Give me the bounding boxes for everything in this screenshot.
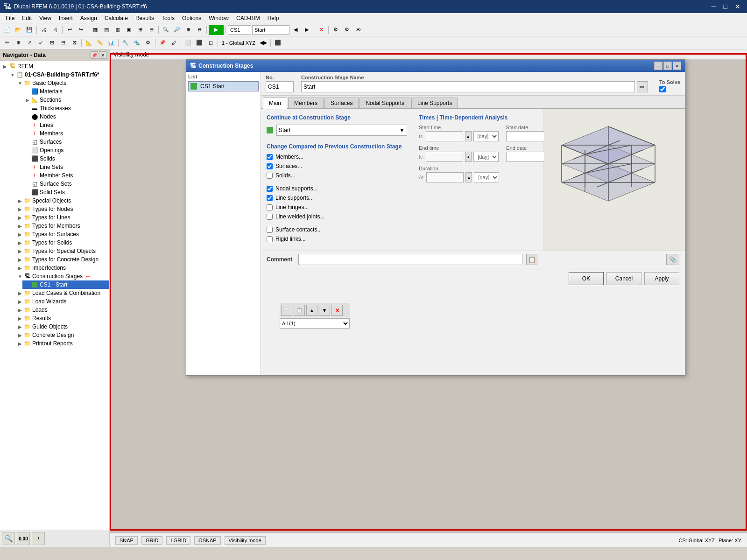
nav-pin[interactable]: 📌 (91, 51, 98, 59)
menu-tools[interactable]: Tools (158, 14, 178, 22)
start-time-input[interactable] (426, 131, 463, 141)
tb-print[interactable]: 🖨 (39, 25, 49, 35)
cb-solids-input[interactable] (267, 173, 273, 179)
maximize-button[interactable]: □ (721, 2, 730, 11)
tree-linesets[interactable]: / Line Sets (22, 163, 109, 171)
duration-unit[interactable]: [day] (474, 172, 499, 182)
tb2-b7[interactable]: ⊠ (69, 38, 79, 48)
tree-load-cases[interactable]: ▶ 📁 Load Cases & Combination (15, 289, 109, 297)
list-down-btn[interactable]: ▼ (319, 305, 330, 316)
tb-b6[interactable]: ⊟ (146, 25, 156, 35)
tree-types-solids[interactable]: ▶ 📁 Types for Solids (15, 238, 109, 247)
tree-solids[interactable]: ⬛ Solids (22, 154, 109, 163)
list-add-btn[interactable]: + (281, 305, 292, 316)
tab-nodal-supports[interactable]: Nodal Supports (359, 98, 410, 108)
menu-help[interactable]: Help (264, 14, 283, 22)
to-solve-checkbox[interactable] (659, 86, 666, 92)
tree-printout-reports[interactable]: ▶ 📁 Printout Reports (15, 339, 109, 348)
cb-line-sup-input[interactable] (267, 195, 273, 201)
tree-basic-objects[interactable]: ▼ 📁 Basic Objects (15, 79, 109, 87)
tb2-nav-arrows[interactable]: ◀▶ (258, 38, 268, 48)
menu-insert[interactable]: Insert (55, 14, 77, 22)
status-visibility[interactable]: Visibility mode (225, 536, 266, 545)
tree-thicknesses[interactable]: ▬ Thicknesses (22, 104, 109, 112)
tb-b1[interactable]: ▦ (90, 25, 100, 35)
list-copy-btn[interactable]: 📋 (294, 305, 305, 316)
tb-b4[interactable]: ▣ (124, 25, 134, 35)
name-input[interactable] (301, 81, 635, 92)
status-lgrid[interactable]: LGRID (166, 536, 190, 545)
menu-window[interactable]: Window (205, 14, 233, 22)
tb-print2[interactable]: 🖨 (50, 25, 60, 35)
tb-settings2[interactable]: ⚙ (342, 25, 352, 35)
tree-types-nodes[interactable]: ▶ 📁 Types for Nodes (15, 205, 109, 213)
tb-del[interactable]: ✕ (316, 25, 326, 35)
tree-construction-stages[interactable]: ▼ 🏗 Construction Stages ← (15, 272, 109, 280)
cs-close-btn[interactable]: ✕ (673, 62, 681, 70)
tree-materials[interactable]: 🟦 Materials (22, 87, 109, 96)
tb2-b15[interactable]: 🖊 (169, 38, 179, 48)
tb-b2[interactable]: ▤ (101, 25, 112, 35)
tb-zoom2[interactable]: 🔎 (172, 25, 182, 35)
tb-save[interactable]: 💾 (24, 25, 35, 35)
tree-load-wizards[interactable]: ▶ 📁 Load Wizards (15, 297, 109, 306)
tree-solidsets[interactable]: ⬛ Solid Sets (22, 188, 109, 196)
cs-maximize-btn[interactable]: □ (663, 62, 672, 70)
status-osnap[interactable]: OSNAP (194, 536, 221, 545)
cs-name-input[interactable] (252, 25, 289, 35)
tab-surfaces[interactable]: Surfaces (324, 98, 359, 108)
comment-edit-btn[interactable]: 📋 (526, 254, 537, 265)
cb-nodal-input[interactable] (267, 186, 273, 192)
tree-special[interactable]: ▶ 📁 Special Objects (15, 196, 109, 205)
tree-guide-objects[interactable]: ▶ 📁 Guide Objects (15, 322, 109, 331)
tree-sections[interactable]: ▶ 📐 Sections (22, 96, 109, 104)
menu-calculate[interactable]: Calculate (101, 14, 132, 22)
no-input[interactable] (266, 81, 294, 92)
tb2-b18[interactable]: ◻ (205, 38, 216, 48)
end-time-spin-up[interactable]: ▲ (465, 152, 472, 162)
tree-types-special[interactable]: ▶ 📁 Types for Special Objects (15, 247, 109, 255)
tb2-b16[interactable]: ⬜ (183, 38, 193, 48)
tb2-b1[interactable]: ✏ (2, 38, 12, 48)
start-time-unit[interactable]: [day] (473, 131, 499, 141)
ok-button[interactable]: OK (569, 272, 604, 285)
tree-concrete-design[interactable]: ▶ 📁 Concrete Design (15, 331, 109, 339)
tb-settings[interactable]: ⚙ (331, 25, 341, 35)
tb2-b13[interactable]: ⚙ (143, 38, 153, 48)
tb2-b4[interactable]: ↙ (35, 38, 46, 48)
tb-zoom[interactable]: 🔍 (161, 25, 171, 35)
tb2-b19[interactable]: ⬛ (273, 38, 283, 48)
tb2-b9[interactable]: 📏 (95, 38, 105, 48)
tb-undo[interactable]: ↩ (64, 25, 75, 35)
tb-nav-prev[interactable]: ◀ (290, 25, 301, 35)
tb2-b8[interactable]: 📐 (84, 38, 94, 48)
tb-open[interactable]: 📂 (13, 25, 23, 35)
tb2-b5[interactable]: ⊞ (47, 38, 57, 48)
menu-cadbim[interactable]: CAD-BIM (233, 14, 264, 22)
tb-eye[interactable]: 👁 (353, 25, 363, 35)
duration-spin-up[interactable]: ▲ (465, 172, 472, 182)
cs-minimize-btn[interactable]: ─ (654, 62, 662, 70)
end-time-input[interactable] (426, 152, 463, 162)
minimize-button[interactable]: ─ (709, 2, 719, 11)
tab-main[interactable]: Main (263, 98, 287, 109)
tree-project[interactable]: ▼ 📋 01-CSA-Building-START.rf6* (7, 70, 109, 79)
tb-b5[interactable]: ⊞ (135, 25, 145, 35)
tb2-b11[interactable]: 🔧 (120, 38, 131, 48)
tree-nodes[interactable]: ⬤ Nodes (22, 112, 109, 121)
tb-nav-next[interactable]: ▶ (302, 25, 312, 35)
status-snap[interactable]: SNAP (115, 536, 138, 545)
tree-types-surfaces[interactable]: ▶ 📁 Types for Surfaces (15, 230, 109, 238)
tab-line-supports[interactable]: Line Supports (411, 98, 458, 108)
tree-lines[interactable]: / Lines (22, 121, 109, 129)
apply-button[interactable]: Apply (644, 272, 679, 285)
tree-types-lines[interactable]: ▶ 📁 Types for Lines (15, 213, 109, 222)
tree-members[interactable]: / Members (22, 129, 109, 138)
menu-options[interactable]: Options (178, 14, 205, 22)
nav-search-btn[interactable]: 🔍 (2, 532, 15, 545)
tb-redo[interactable]: ↪ (76, 25, 86, 35)
cancel-button[interactable]: Cancel (606, 272, 641, 285)
cb-members-input[interactable] (267, 154, 273, 160)
tb2-b10[interactable]: 📊 (106, 38, 116, 48)
start-time-spin-up[interactable]: ▲ (465, 131, 472, 141)
